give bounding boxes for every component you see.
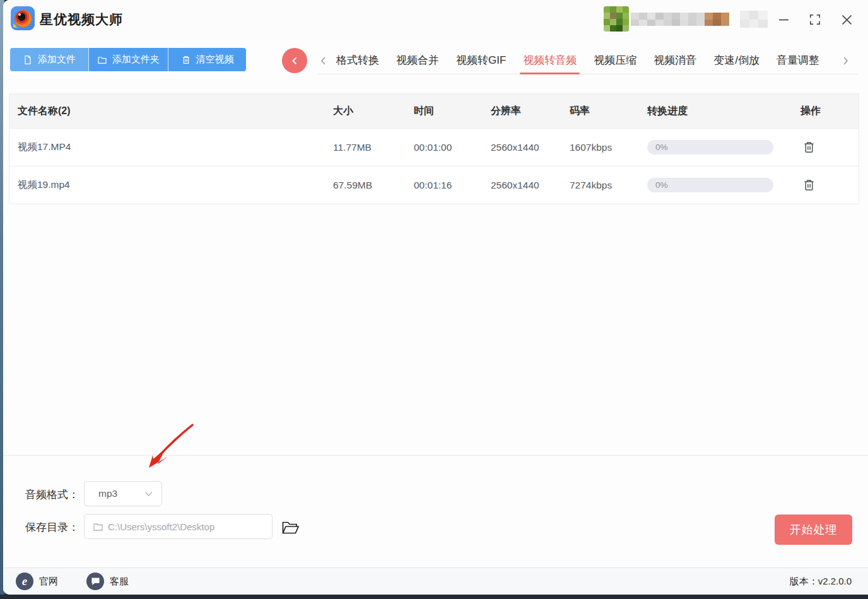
settings-panel-divider [3, 455, 868, 456]
clear-videos-label: 清空视频 [196, 54, 234, 66]
chevron-down-icon [144, 488, 153, 499]
app-title: 星优视频大师 [40, 11, 123, 28]
tab-speed-reverse[interactable]: 变速/倒放 [713, 49, 760, 74]
save-dir-input[interactable]: C:\Users\yssoft2\Desktop [84, 514, 273, 539]
app-window: 星优视频大师 [3, 0, 868, 595]
file-size: 11.77MB [333, 142, 414, 153]
progress-bar: 0% [647, 178, 773, 192]
progress-value: 0% [655, 142, 668, 152]
file-name: 视频19.mp4 [9, 178, 333, 192]
start-processing-button[interactable]: 开始处理 [775, 515, 852, 545]
audio-format-select[interactable]: mp3 [84, 481, 162, 506]
tabs-scroll-left-button[interactable] [317, 53, 329, 68]
audio-format-value: mp3 [98, 488, 117, 499]
browse-folder-button[interactable] [279, 516, 301, 538]
table-row: 视频19.mp4 67.59MB 00:01:16 2560x1440 7274… [9, 166, 859, 204]
minimize-button[interactable] [772, 8, 795, 31]
add-file-button[interactable]: 添加文件 [10, 48, 88, 71]
version-text: 版本：v2.2.0.0 [790, 576, 852, 588]
folder-icon [97, 55, 107, 65]
file-bitrate: 1607kbps [570, 142, 647, 153]
feature-tabs: 格式转换 视频合并 视频转GIF 视频转音频 视频压缩 视频消音 变速/倒放 音… [336, 49, 819, 74]
chat-bubble-icon [86, 573, 104, 590]
website-label: 官网 [39, 576, 58, 588]
maximize-button[interactable] [804, 8, 826, 31]
table-header-row: 文件名称(2) 大小 时间 分辨率 码率 转换进度 操作 [9, 94, 859, 128]
table-row: 视频17.MP4 11.77MB 00:01:00 2560x1440 1607… [9, 128, 859, 166]
tab-video-to-gif[interactable]: 视频转GIF [456, 49, 506, 74]
progress-value: 0% [655, 180, 668, 190]
close-button[interactable] [835, 8, 858, 31]
maximize-icon [809, 14, 821, 25]
file-duration: 00:01:16 [414, 180, 491, 191]
file-table: 文件名称(2) 大小 时间 分辨率 码率 转换进度 操作 视频17.MP4 11… [9, 93, 859, 204]
censored-extra-block [740, 11, 768, 28]
tab-video-compress[interactable]: 视频压缩 [594, 49, 636, 74]
file-icon [23, 55, 33, 65]
tab-video-merge[interactable]: 视频合并 [396, 49, 439, 74]
trash-icon [802, 140, 816, 154]
close-icon [842, 15, 852, 25]
file-resolution: 2560x1440 [491, 180, 570, 191]
support-label: 客服 [110, 576, 129, 588]
collapse-tabs-button[interactable] [282, 48, 307, 73]
col-header-filename: 文件名称(2) [9, 105, 333, 118]
chevron-left-icon [320, 56, 327, 66]
progress-bar: 0% [647, 140, 773, 154]
website-e-icon: e [16, 573, 33, 590]
chevron-right-icon [842, 56, 849, 66]
add-folder-button[interactable]: 添加文件夹 [88, 48, 168, 71]
folder-icon [93, 523, 103, 531]
file-actions-toolbar: 添加文件 添加文件夹 清空视频 [10, 48, 246, 71]
file-bitrate: 7274kbps [570, 180, 647, 191]
clear-videos-button[interactable]: 清空视频 [168, 48, 246, 71]
file-resolution: 2560x1440 [491, 142, 570, 153]
add-file-label: 添加文件 [38, 54, 76, 66]
add-folder-label: 添加文件夹 [112, 54, 160, 66]
delete-row-button[interactable] [799, 176, 818, 195]
col-header-actions: 操作 [792, 105, 859, 118]
tab-volume-adjust[interactable]: 音量调整 [777, 49, 819, 74]
customer-support-link[interactable]: 客服 [86, 573, 129, 590]
col-header-progress: 转换进度 [647, 105, 792, 118]
title-bar: 星优视频大师 [3, 0, 868, 39]
save-dir-value: C:\Users\yssoft2\Desktop [108, 521, 214, 532]
trash-icon [802, 178, 816, 192]
footer-bar: e 官网 客服 版本：v2.2.0.0 [3, 567, 868, 595]
censored-account-text [631, 13, 729, 26]
col-header-size: 大小 [333, 105, 414, 118]
open-folder-icon [281, 520, 300, 535]
col-header-resolution: 分辨率 [491, 105, 570, 118]
trash-icon [181, 55, 191, 65]
minimize-icon [778, 15, 789, 25]
audio-format-label: 音频格式： [25, 487, 79, 502]
save-dir-label: 保存目录： [25, 520, 79, 535]
col-header-duration: 时间 [414, 105, 491, 118]
tabs-scroll-right-button[interactable] [840, 53, 851, 68]
censored-avatar [604, 6, 629, 32]
tab-video-mute[interactable]: 视频消音 [654, 49, 696, 74]
chevron-left-icon [291, 57, 299, 65]
annotation-arrow [120, 404, 221, 486]
file-name: 视频17.MP4 [9, 141, 333, 154]
tab-video-to-audio[interactable]: 视频转音频 [523, 49, 577, 74]
official-website-link[interactable]: e 官网 [16, 573, 58, 590]
tab-format-convert[interactable]: 格式转换 [336, 49, 379, 74]
app-logo-icon [11, 6, 35, 30]
delete-row-button[interactable] [799, 138, 818, 157]
file-size: 67.59MB [333, 180, 414, 191]
col-header-bitrate: 码率 [570, 105, 647, 118]
file-duration: 00:01:00 [414, 142, 491, 153]
